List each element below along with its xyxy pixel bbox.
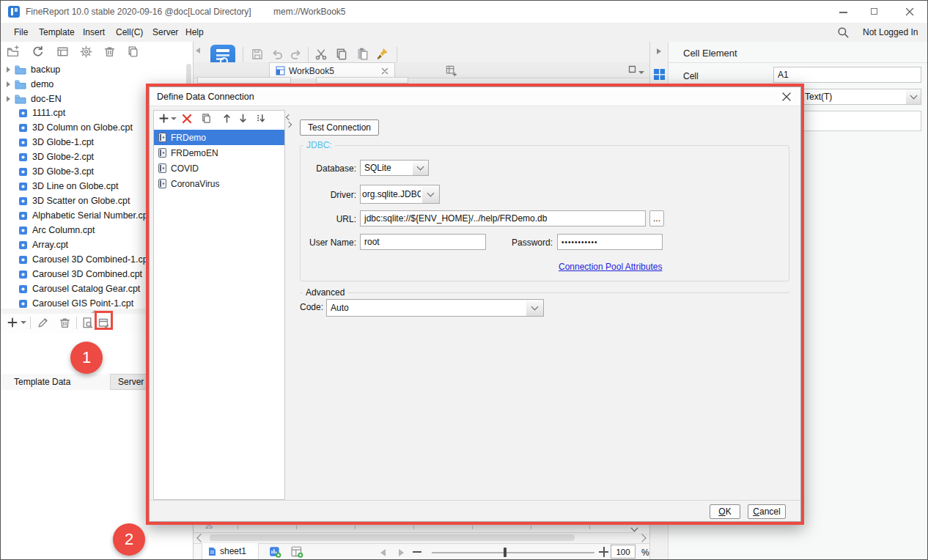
- search-icon[interactable]: [836, 26, 850, 39]
- window-titlebar: FineReport 10.0 stable 2020-09-16 @doc[L…: [1, 1, 928, 23]
- move-up-icon[interactable]: [221, 113, 232, 124]
- define-data-connection-dialog: Define Data Connection FRDemo: [149, 86, 801, 522]
- tab-label: WorkBook5: [289, 66, 334, 76]
- database-dropdown-caret[interactable]: [413, 160, 429, 176]
- move-down-icon[interactable]: [237, 113, 248, 124]
- login-status[interactable]: Not Logged In: [863, 27, 918, 37]
- driver-label: Driver:: [306, 190, 356, 200]
- driver-combo-value[interactable]: [360, 185, 423, 204]
- add-dashboard-sheet-icon[interactable]: [291, 546, 303, 560]
- copy-icon[interactable]: [127, 45, 139, 58]
- sort-icon[interactable]: [255, 113, 266, 124]
- add-connection-icon[interactable]: [158, 113, 177, 124]
- menu-insert[interactable]: Insert: [83, 27, 105, 37]
- hscroll-left-icon[interactable]: [196, 534, 205, 542]
- copy-connection-icon[interactable]: [201, 113, 212, 124]
- zoom-slider-track[interactable]: [432, 552, 594, 553]
- new-folder-icon[interactable]: [7, 45, 19, 58]
- hscroll-thumb[interactable]: [210, 534, 575, 541]
- advanced-group: Advanced: [300, 287, 789, 298]
- zoom-out-icon[interactable]: [413, 551, 421, 553]
- tree-folder[interactable]: backup: [1, 62, 194, 77]
- menu-help[interactable]: Help: [185, 27, 204, 37]
- add-dataset-icon[interactable]: [7, 317, 26, 328]
- zoom-value-input[interactable]: [611, 545, 636, 559]
- collapse-right-panel-icon[interactable]: [657, 48, 661, 54]
- edit-pencil-icon[interactable]: [37, 317, 49, 329]
- close-button[interactable]: [905, 7, 915, 17]
- copy-icon[interactable]: [335, 48, 348, 61]
- cell-element-panel-icon[interactable]: [653, 68, 666, 81]
- dialog-title: Define Data Connection: [157, 92, 254, 102]
- tab-template-data[interactable]: Template Data: [1, 374, 111, 390]
- panel-header: Cell Element: [683, 48, 737, 59]
- tab-server-data[interactable]: Server: [118, 377, 144, 387]
- minimize-button[interactable]: [839, 7, 849, 17]
- preview-dataset-icon[interactable]: [81, 317, 94, 329]
- username-input[interactable]: [360, 234, 486, 250]
- dialog-close-icon[interactable]: [781, 92, 792, 102]
- ok-button[interactable]: OK: [710, 504, 740, 519]
- menu-cell[interactable]: Cell(C): [116, 27, 143, 37]
- redo-icon[interactable]: [290, 48, 303, 61]
- window-title: FineReport 10.0 stable 2020-09-16 @doc[L…: [26, 7, 251, 17]
- prev-page-icon[interactable]: [380, 549, 386, 556]
- undo-icon[interactable]: [270, 48, 284, 61]
- cell-ref-input[interactable]: [773, 67, 921, 83]
- tab-overflow-icon[interactable]: [628, 65, 644, 75]
- code-dropdown-value[interactable]: [326, 299, 527, 317]
- menu-file[interactable]: File: [14, 27, 28, 37]
- code-label: Code:: [300, 302, 323, 312]
- settings-gear-icon[interactable]: [80, 45, 92, 58]
- format-painter-icon[interactable]: [376, 47, 389, 62]
- hscroll-right-icon[interactable]: [638, 534, 646, 542]
- password-input[interactable]: [557, 234, 663, 250]
- cancel-button[interactable]: Cancel: [748, 504, 786, 519]
- content-type-value[interactable]: [800, 89, 907, 105]
- add-report-sheet-icon[interactable]: [269, 546, 281, 560]
- browse-url-button[interactable]: ...: [649, 210, 664, 226]
- delete-trash-icon[interactable]: [103, 45, 116, 58]
- database-label: Database:: [306, 163, 356, 174]
- new-tab-icon[interactable]: [446, 65, 457, 76]
- refresh-icon[interactable]: [32, 45, 44, 58]
- panel-view-icon[interactable]: [56, 45, 69, 58]
- code-dropdown-caret[interactable]: [526, 299, 544, 317]
- menu-template[interactable]: Template: [39, 27, 75, 37]
- url-input[interactable]: [360, 210, 646, 226]
- database-dropdown-value[interactable]: [360, 160, 413, 176]
- zoom-slider-thumb[interactable]: [504, 548, 507, 557]
- delete-dataset-icon[interactable]: [59, 317, 71, 329]
- paste-icon[interactable]: [356, 47, 369, 62]
- zoom-percent-label: %: [641, 548, 649, 558]
- tab-workbook5[interactable]: WorkBook5: [269, 62, 395, 78]
- connection-item-coronavirus[interactable]: CoronaVirus: [154, 176, 284, 191]
- tab-close-icon[interactable]: [381, 67, 388, 75]
- cut-icon[interactable]: [314, 48, 328, 61]
- next-page-icon[interactable]: [399, 549, 404, 556]
- test-connection-button[interactable]: Test Connection: [300, 119, 379, 136]
- sheet-tab-sheet1[interactable]: sheet1: [202, 543, 259, 560]
- connection-item-frdemo[interactable]: FRDemo: [154, 130, 284, 145]
- document-path: mem://WorkBook5: [273, 7, 345, 17]
- cell-content-input[interactable]: [800, 111, 921, 131]
- canvas-hscrollbar[interactable]: [194, 533, 649, 543]
- username-label: User Name:: [301, 237, 356, 248]
- remove-connection-icon[interactable]: [182, 114, 192, 124]
- content-type-caret[interactable]: [906, 89, 921, 105]
- menu-server[interactable]: Server: [152, 27, 178, 37]
- canvas-vscroll-down-icon[interactable]: [631, 525, 638, 532]
- driver-dropdown-caret[interactable]: [422, 185, 440, 204]
- collapse-sidebar-icon[interactable]: [196, 48, 200, 54]
- connection-name: FRDemoEN: [171, 148, 218, 158]
- connection-pool-link[interactable]: Connection Pool Attributes: [559, 262, 662, 272]
- maximize-button[interactable]: [869, 7, 880, 17]
- dialog-footer: OK Cancel: [150, 500, 800, 521]
- annotation-box-connection-icon: [95, 311, 113, 330]
- connection-item-frdemoen[interactable]: FRDemoEN: [154, 145, 284, 161]
- connection-item-covid[interactable]: COVID: [154, 161, 284, 176]
- dialog-splitter[interactable]: [287, 115, 291, 127]
- save-icon[interactable]: [251, 48, 264, 61]
- connection-list-panel: FRDemo FRDemoEN COVID CoronaVirus: [153, 110, 285, 500]
- content-type-dropdown[interactable]: [800, 89, 921, 105]
